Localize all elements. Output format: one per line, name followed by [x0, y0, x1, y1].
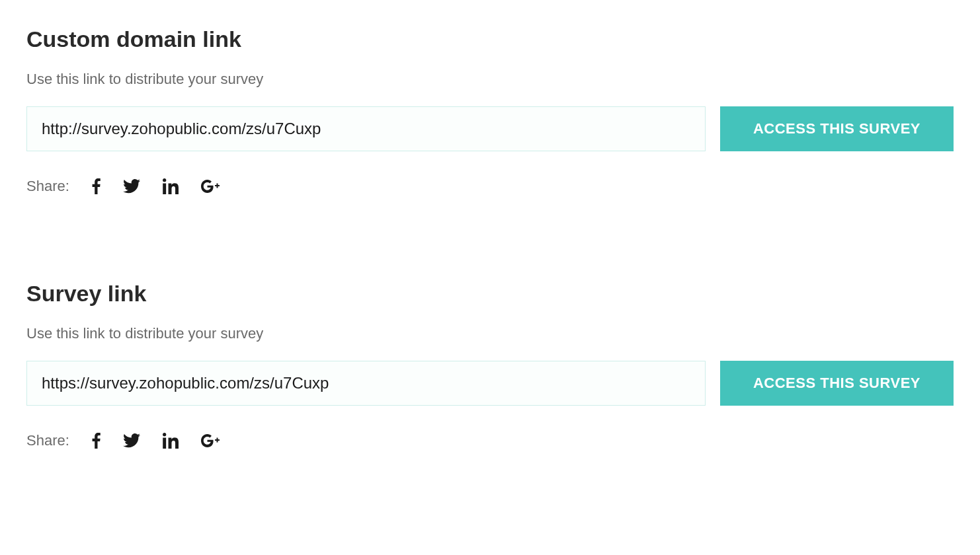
survey-url-input[interactable] — [26, 361, 706, 406]
share-row: Share: — [26, 432, 954, 449]
linkedin-icon[interactable] — [163, 178, 179, 194]
section-title: Custom domain link — [26, 26, 954, 52]
twitter-icon[interactable] — [123, 179, 140, 194]
link-row: ACCESS THIS SURVEY — [26, 106, 954, 151]
google-plus-icon[interactable] — [201, 179, 221, 194]
twitter-icon[interactable] — [123, 433, 140, 448]
facebook-icon[interactable] — [92, 178, 101, 194]
facebook-icon[interactable] — [92, 433, 101, 449]
section-subtitle: Use this link to distribute your survey — [26, 71, 954, 88]
access-survey-button[interactable]: ACCESS THIS SURVEY — [720, 106, 954, 151]
link-row: ACCESS THIS SURVEY — [26, 361, 954, 406]
share-label: Share: — [26, 178, 69, 195]
section-title: Survey link — [26, 281, 954, 307]
share-row: Share: — [26, 178, 954, 195]
linkedin-icon[interactable] — [163, 433, 179, 449]
survey-link-section: Survey link Use this link to distribute … — [26, 281, 954, 449]
section-subtitle: Use this link to distribute your survey — [26, 325, 954, 342]
custom-domain-url-input[interactable] — [26, 106, 706, 151]
custom-domain-section: Custom domain link Use this link to dist… — [26, 26, 954, 195]
google-plus-icon[interactable] — [201, 433, 221, 448]
share-icons — [92, 433, 221, 449]
share-icons — [92, 178, 221, 194]
access-survey-button[interactable]: ACCESS THIS SURVEY — [720, 361, 954, 406]
share-label: Share: — [26, 432, 69, 449]
